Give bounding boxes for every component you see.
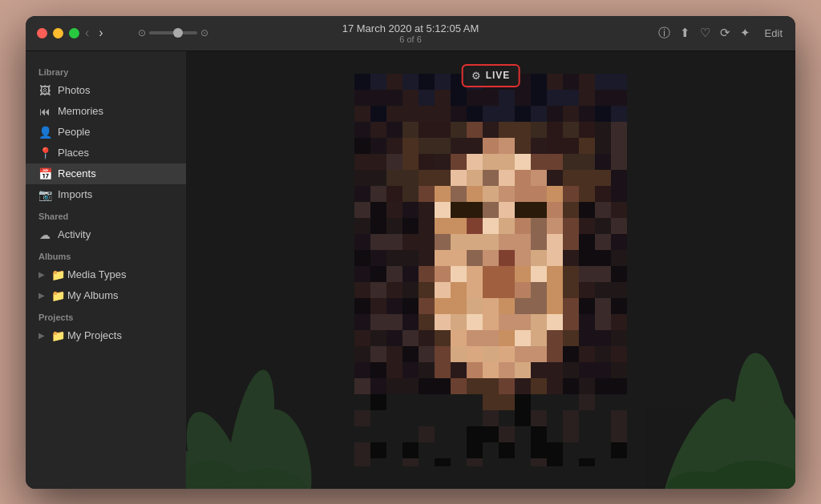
main-content: Library 🖼 Photos ⏮ Memories 👤 People 📍 P… [26,51,795,489]
albums-section-label: Albums [26,245,186,264]
live-badge-gear-icon: ⚙ [471,70,481,82]
svg-point-13 [707,461,795,489]
info-icon[interactable]: ⓘ [658,26,670,41]
slider-track[interactable] [149,31,197,34]
back-arrow[interactable]: ‹ [82,24,92,42]
titlebar-actions: ⓘ ⬆ ♡ ⟳ ✦ Edit [658,26,787,41]
photo-container [354,74,627,466]
slider-thumb[interactable] [173,28,183,38]
sidebar-item-activity-label: Activity [58,228,91,240]
titlebar: ‹ › ⊙ ⊙ 17 March 2020 at 5:12:05 AM 6 of… [26,16,795,51]
sidebar-item-people[interactable]: 👤 People [26,122,186,143]
media-types-icon: 📁 [51,268,64,281]
svg-point-9 [647,389,751,488]
sidebar-item-imports-label: Imports [58,188,92,200]
activity-icon: ☁ [38,228,51,241]
svg-point-7 [679,387,783,489]
my-albums-chevron: ▶ [38,291,45,300]
svg-point-6 [226,469,306,489]
svg-point-1 [216,366,284,489]
nav-arrows: ‹ › [82,24,107,42]
sidebar-item-media-types[interactable]: ▶ 📁 Media Types [26,264,186,285]
svg-point-3 [245,404,319,488]
photo-date-title: 17 March 2020 at 5:12:05 AM [342,22,479,34]
sidebar-item-places-label: Places [58,147,89,159]
svg-point-0 [186,404,263,488]
media-types-chevron: ▶ [38,270,45,279]
photo-area: ⚙ LIVE [186,51,795,489]
progress-slider[interactable]: ⊙ ⊙ [138,27,208,38]
my-albums-icon: 📁 [51,289,64,302]
photo-canvas [354,74,627,466]
memories-icon: ⏮ [38,105,51,118]
svg-point-12 [675,387,772,488]
live-badge-label: LIVE [486,70,511,81]
my-projects-icon: 📁 [51,329,64,342]
imports-icon: 📷 [38,188,51,201]
sidebar-item-media-types-label: Media Types [67,268,126,280]
slider-small-icon: ⊙ [138,27,146,38]
sidebar-item-imports[interactable]: 📷 Imports [26,184,186,205]
photo-count: 6 of 6 [399,34,422,44]
share-icon[interactable]: ⬆ [680,26,690,40]
adjust-icon[interactable]: ✦ [740,26,750,40]
titlebar-center: 17 March 2020 at 5:12:05 AM 6 of 6 [342,22,479,44]
projects-section-label: Projects [26,306,186,325]
photos-icon: 🖼 [38,84,51,97]
sidebar-item-recents-label: Recents [58,167,96,179]
bg-plants-left [186,168,346,489]
places-icon: 📍 [38,147,51,159]
sidebar-item-people-label: People [58,126,90,138]
sidebar-item-memories-label: Memories [58,105,103,117]
my-projects-chevron: ▶ [38,331,45,340]
recents-icon: 📅 [38,167,51,180]
minimize-button[interactable] [53,28,63,38]
sidebar-item-activity[interactable]: ☁ Activity [26,224,186,245]
sidebar-item-memories[interactable]: ⏮ Memories [26,101,186,122]
rotate-icon[interactable]: ⟳ [720,26,730,40]
app-window: ‹ › ⊙ ⊙ 17 March 2020 at 5:12:05 AM 6 of… [26,16,795,489]
people-icon: 👤 [38,126,51,139]
svg-point-14 [667,471,731,489]
sidebar-item-places[interactable]: 📍 Places [26,143,186,163]
sidebar-item-recents[interactable]: 📅 Recents [26,163,186,184]
library-section-label: Library [26,61,186,80]
svg-point-2 [186,440,243,489]
sidebar-item-my-albums-label: My Albums [67,289,119,301]
svg-point-10 [751,389,795,489]
svg-point-8 [727,350,795,489]
svg-point-5 [186,461,242,489]
shared-section-label: Shared [26,205,186,224]
forward-arrow[interactable]: › [95,24,106,42]
traffic-lights [37,28,79,38]
sidebar: Library 🖼 Photos ⏮ Memories 👤 People 📍 P… [26,51,186,489]
close-button[interactable] [37,28,47,38]
svg-point-4 [206,447,261,489]
maximize-button[interactable] [69,28,79,38]
favorite-icon[interactable]: ♡ [700,26,710,40]
edit-button[interactable]: Edit [760,26,787,41]
sidebar-item-my-albums[interactable]: ▶ 📁 My Albums [26,285,186,306]
sidebar-item-photos-label: Photos [58,84,90,96]
sidebar-item-photos[interactable]: 🖼 Photos [26,80,186,101]
sidebar-item-my-projects[interactable]: ▶ 📁 My Projects [26,325,186,346]
slider-large-icon: ⊙ [200,27,208,38]
svg-point-11 [707,457,787,489]
live-badge[interactable]: ⚙ LIVE [462,64,520,87]
sidebar-item-my-projects-label: My Projects [67,329,122,341]
